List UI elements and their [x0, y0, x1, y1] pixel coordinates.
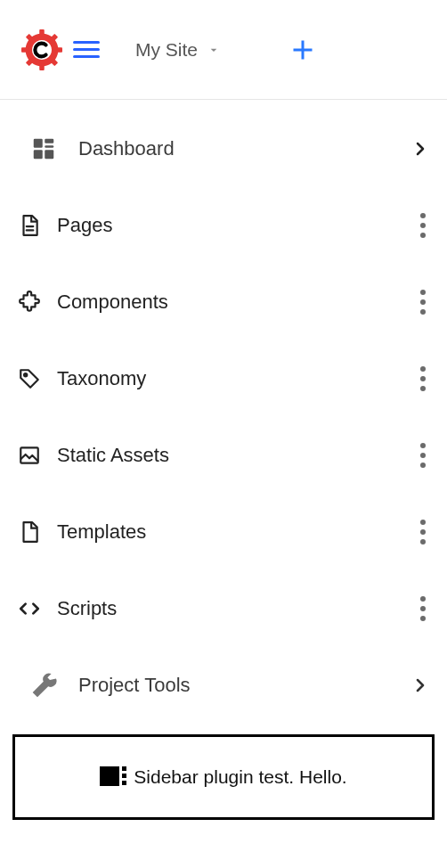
nav-item-project-tools[interactable]: Project Tools	[0, 647, 447, 724]
svg-rect-16	[100, 766, 119, 786]
dashboard-icon	[30, 135, 78, 162]
nav-item-templates[interactable]: Templates	[0, 494, 447, 570]
logo-group	[21, 29, 100, 70]
svg-rect-11	[45, 145, 53, 148]
nav-label: Static Assets	[57, 444, 415, 467]
nav-item-pages[interactable]: Pages	[0, 187, 447, 264]
plugin-text: Sidebar plugin test. Hello.	[134, 766, 346, 788]
sidebar-plugin-panel: Sidebar plugin test. Hello.	[12, 734, 435, 820]
nav-label: Dashboard	[78, 137, 410, 160]
app-header: My Site	[0, 0, 447, 100]
more-options-button[interactable]	[415, 514, 431, 550]
file-icon	[18, 520, 57, 544]
nav-item-components[interactable]: Components	[0, 264, 447, 340]
chevron-right-icon	[410, 675, 431, 696]
image-icon	[18, 444, 57, 467]
menu-toggle-button[interactable]	[73, 41, 100, 58]
svg-rect-2	[21, 47, 28, 53]
more-options-button[interactable]	[415, 591, 431, 626]
caret-down-icon	[207, 43, 221, 57]
more-options-button[interactable]	[415, 438, 431, 473]
nav-item-static-assets[interactable]: Static Assets	[0, 417, 447, 494]
svg-rect-3	[56, 47, 62, 53]
nav-label: Templates	[57, 520, 415, 544]
nav-label: Taxonomy	[57, 367, 415, 390]
tag-icon	[18, 367, 57, 390]
nav-label: Pages	[57, 214, 415, 237]
nav-label: Scripts	[57, 597, 415, 620]
more-options-button[interactable]	[415, 208, 431, 243]
nav-item-taxonomy[interactable]: Taxonomy	[0, 340, 447, 417]
page-icon	[18, 214, 57, 237]
extension-icon	[18, 291, 57, 314]
svg-rect-18	[122, 774, 126, 778]
widget-icon	[100, 765, 128, 790]
create-new-button[interactable]	[287, 34, 319, 66]
nav-label: Project Tools	[78, 674, 410, 697]
svg-rect-19	[122, 781, 126, 785]
svg-rect-0	[39, 29, 45, 36]
code-icon	[18, 597, 57, 620]
app-logo-icon	[21, 29, 62, 70]
svg-point-14	[24, 373, 27, 376]
nav-label: Components	[57, 291, 415, 314]
site-selector[interactable]: My Site	[135, 39, 221, 61]
nav-item-scripts[interactable]: Scripts	[0, 570, 447, 647]
sidebar-nav: Dashboard Pages Components	[0, 100, 447, 724]
wrench-icon	[30, 671, 78, 700]
nav-item-dashboard[interactable]: Dashboard	[0, 111, 447, 187]
svg-rect-17	[122, 766, 126, 771]
more-options-button[interactable]	[415, 284, 431, 320]
more-options-button[interactable]	[415, 361, 431, 397]
chevron-right-icon	[410, 138, 431, 160]
svg-rect-13	[45, 150, 53, 159]
svg-rect-9	[34, 139, 43, 148]
svg-rect-1	[39, 63, 45, 70]
svg-rect-12	[34, 150, 43, 159]
site-selector-label: My Site	[135, 39, 198, 61]
svg-rect-10	[45, 139, 53, 143]
